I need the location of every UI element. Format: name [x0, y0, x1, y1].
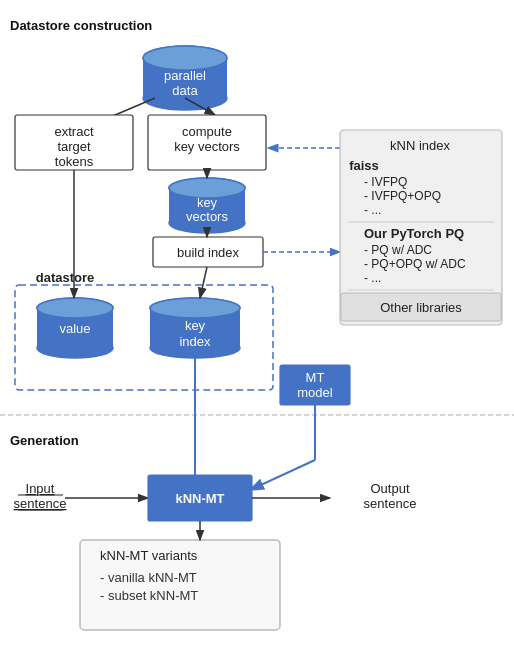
- svg-point-21: [37, 298, 113, 318]
- compute-vectors-label2: key vectors: [174, 139, 240, 154]
- value-label: value: [59, 321, 90, 336]
- parallel-data-label: parallel: [164, 68, 206, 83]
- key-index-label2: index: [179, 334, 211, 349]
- input-sentence-label1: Input: [26, 481, 55, 496]
- output-sentence-label1: Output: [370, 481, 409, 496]
- svg-point-6: [143, 46, 227, 70]
- other-libraries-label: Other libraries: [380, 300, 462, 315]
- title-generation: Generation: [10, 433, 79, 448]
- parallel-data-label2: data: [172, 83, 198, 98]
- svg-line-27: [200, 267, 207, 298]
- knn-mt-label: kNN-MT: [175, 491, 224, 506]
- svg-point-25: [150, 298, 240, 318]
- datastore-label: datastore: [36, 270, 95, 285]
- title-construction: Datastore construction: [10, 18, 152, 33]
- faiss-label: faiss: [349, 158, 379, 173]
- faiss-item1: - IVFPQ: [364, 175, 407, 189]
- key-vectors-label: key: [197, 195, 218, 210]
- mt-model-label2: model: [297, 385, 333, 400]
- key-vectors-label2: vectors: [186, 209, 228, 224]
- knn-index-title: kNN index: [390, 138, 450, 153]
- compute-vectors-label: compute: [182, 124, 232, 139]
- pytorch-label: Our PyTorch PQ: [364, 226, 464, 241]
- build-index-label: build index: [177, 245, 240, 260]
- pytorch-item1: - PQ w/ ADC: [364, 243, 432, 257]
- variants-title: kNN-MT variants: [100, 548, 198, 563]
- faiss-item2: - IVFPQ+OPQ: [364, 189, 441, 203]
- mt-model-label: MT: [306, 370, 325, 385]
- svg-line-30: [250, 460, 315, 490]
- extract-tokens-label: extract: [54, 124, 93, 139]
- variant2-label: - subset kNN-MT: [100, 588, 198, 603]
- pytorch-item2: - PQ+OPQ w/ ADC: [364, 257, 466, 271]
- faiss-item3: - ...: [364, 203, 381, 217]
- key-index-label: key: [185, 318, 206, 333]
- output-sentence-label2: sentence: [364, 496, 417, 511]
- pytorch-item3: - ...: [364, 271, 381, 285]
- variant1-label: - vanilla kNN-MT: [100, 570, 197, 585]
- extract-tokens-label2: target: [57, 139, 91, 154]
- input-sentence-label2: sentence: [14, 496, 67, 511]
- extract-tokens-label3: tokens: [55, 154, 94, 169]
- svg-point-20: [37, 338, 113, 358]
